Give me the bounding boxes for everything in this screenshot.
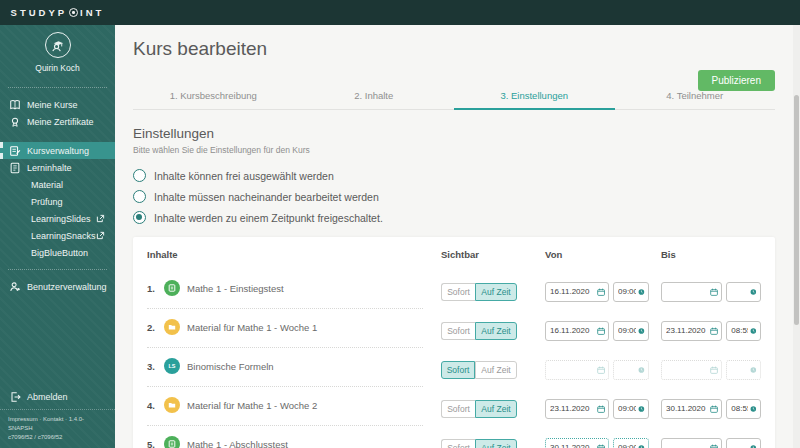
sidebar-subitem-pruefung[interactable]: Prüfung — [0, 193, 115, 210]
sofort-button[interactable]: Sofort — [441, 283, 475, 301]
aufzeit-button[interactable]: Auf Zeit — [475, 439, 517, 448]
table-row: 5. Mathe 1 - Abschlusstest Sofort Auf Ze… — [147, 426, 761, 448]
von-time-input[interactable] — [613, 282, 649, 302]
calendar-icon — [597, 326, 605, 336]
bis-time-input — [726, 360, 761, 380]
clock-icon — [638, 404, 645, 414]
bis-time-input[interactable] — [726, 321, 761, 341]
table-row: 4. Material für Mathe 1 - Woche 2 Sofort… — [147, 387, 761, 426]
visibility-toggle: Sofort Auf Zeit — [441, 400, 533, 418]
bis-date-input[interactable] — [661, 438, 722, 448]
von-date-input[interactable] — [545, 399, 609, 419]
von-date-input[interactable] — [545, 438, 609, 448]
sidebar-item-meine-zertifikate[interactable]: Meine Zertifikate — [0, 113, 115, 130]
sofort-button[interactable]: Sofort — [441, 361, 475, 379]
bis-date-input[interactable] — [661, 399, 722, 419]
radio-icon[interactable] — [133, 190, 146, 203]
radio-option-frei[interactable]: Inhalte können frei ausgewählt werden — [133, 169, 775, 182]
aufzeit-button[interactable]: Auf Zeit — [475, 361, 517, 379]
radio-icon-checked[interactable] — [133, 211, 146, 224]
radio-option-zeitpunkt[interactable]: Inhalte werden zu einem Zeitpunkt freige… — [133, 211, 775, 224]
bis-time-input[interactable] — [726, 399, 761, 419]
user-block: Quirin Koch — [0, 25, 115, 79]
radio-label: Inhalte können frei ausgewählt werden — [154, 170, 334, 182]
tab-inhalte[interactable]: 2. Inhalte — [294, 90, 455, 109]
sidebar-item-lerninhalte[interactable]: Lerninhalte — [0, 159, 115, 176]
tab-teilnehmer[interactable]: 4. Teilnehmer — [615, 90, 776, 109]
sidebar-subitem-label: Prüfung — [31, 197, 63, 207]
avatar[interactable] — [45, 32, 71, 58]
sidebar-subitem-label: LearningSnacks — [31, 231, 96, 241]
tab-einstellungen[interactable]: 3. Einstellungen — [454, 90, 615, 109]
calendar-icon — [597, 287, 605, 297]
visibility-toggle: Sofort Auf Zeit — [441, 322, 533, 340]
bis-time-input[interactable] — [726, 438, 761, 448]
sofort-button[interactable]: Sofort — [441, 400, 475, 418]
sidebar-item-meine-kurse[interactable]: Meine Kurse — [0, 96, 115, 113]
calendar-icon — [597, 404, 605, 414]
bis-time-input[interactable] — [726, 282, 761, 302]
sidebar-item-kursverwaltung[interactable]: Kursverwaltung — [0, 142, 115, 159]
settings-options: Inhalte können frei ausgewählt werden In… — [133, 169, 775, 224]
von-date-input[interactable] — [545, 282, 609, 302]
aufzeit-button[interactable]: Auf Zeit — [475, 322, 517, 340]
users-icon — [8, 280, 21, 293]
vertical-scrollbar[interactable] — [793, 25, 800, 448]
sidebar-subitem-learningslides[interactable]: LearningSlides — [0, 210, 115, 227]
sofort-button[interactable]: Sofort — [441, 439, 475, 448]
aufzeit-button[interactable]: Auf Zeit — [475, 400, 517, 418]
von-date-input[interactable] — [545, 321, 609, 341]
bis-date-input[interactable] — [661, 321, 722, 341]
content-name[interactable]: Binomische Formeln — [187, 361, 274, 372]
user-name: Quirin Koch — [0, 63, 115, 73]
radio-option-nacheinander[interactable]: Inhalte müssen nacheinander bearbeitet w… — [133, 190, 775, 203]
von-date-input — [545, 360, 609, 380]
content-name[interactable]: Mathe 1 - Einstiegstest — [187, 283, 284, 294]
radio-icon[interactable] — [133, 169, 146, 182]
footer-version: c7096f52 / c7096f52 — [8, 433, 107, 442]
aufzeit-button[interactable]: Auf Zeit — [475, 283, 517, 301]
sidebar-subitem-material[interactable]: Material — [0, 176, 115, 193]
table-row: 2. Material für Mathe 1 - Woche 1 Sofort… — [147, 309, 761, 348]
content-name[interactable]: Mathe 1 - Abschlusstest — [187, 439, 288, 448]
radio-label: Inhalte müssen nacheinander bearbeitet w… — [154, 191, 379, 203]
von-time-input — [613, 360, 649, 380]
sidebar-item-label: Meine Zertifikate — [27, 117, 94, 127]
von-time-input[interactable] — [613, 321, 649, 341]
bis-date-input — [661, 360, 722, 380]
logout-button[interactable]: Abmelden — [0, 384, 115, 409]
sofort-button[interactable]: Sofort — [441, 322, 475, 340]
sidebar-subitem-learningsnacks[interactable]: LearningSnacks — [0, 227, 115, 244]
row-number: 4. — [147, 400, 157, 411]
page-title: Kurs bearbeiten — [133, 38, 775, 60]
sidebar-item-benutzerverwaltung[interactable]: Benutzerverwaltung — [0, 278, 115, 295]
sidebar-subitem-label: BigBlueButton — [31, 248, 88, 258]
von-time-input[interactable] — [613, 399, 649, 419]
content-icon — [8, 161, 21, 174]
content-name[interactable]: Material für Mathe 1 - Woche 1 — [187, 322, 317, 333]
sidebar-subitem-label: LearningSlides — [31, 214, 91, 224]
calendar-icon — [597, 443, 605, 448]
external-link-icon — [96, 214, 105, 223]
row-number: 1. — [147, 283, 157, 294]
visibility-toggle: Sofort Auf Zeit — [441, 439, 533, 448]
test-icon — [164, 436, 180, 448]
sidebar-item-label: Benutzerverwaltung — [27, 282, 107, 292]
scrollbar-thumb[interactable] — [794, 95, 799, 325]
von-time-input[interactable] — [613, 438, 649, 448]
sidebar-subitem-bigbluebutton[interactable]: BigBlueButton — [0, 244, 115, 261]
bis-date-input[interactable] — [661, 282, 722, 302]
publish-button[interactable]: Publizieren — [698, 70, 775, 91]
sidebar-flex-spacer — [0, 295, 115, 384]
clock-icon — [638, 326, 645, 336]
clock-icon — [638, 287, 645, 297]
content-name[interactable]: Material für Mathe 1 - Woche 2 — [187, 400, 317, 411]
sidebar-item-label: Meine Kurse — [27, 100, 78, 110]
footer-links[interactable]: Impressum · Kontakt · 1.4.0-SNAPSH — [8, 415, 107, 433]
col-header-sichtbar: Sichtbar — [441, 249, 533, 260]
sidebar-subitem-label: Material — [31, 180, 63, 190]
col-header-von: Von — [545, 249, 649, 260]
tab-kursbeschreibung[interactable]: 1. Kursbeschreibung — [133, 90, 294, 109]
sidebar: Quirin Koch Meine Kurse Meine Zertifikat… — [0, 25, 115, 448]
calendar-icon — [710, 404, 718, 414]
